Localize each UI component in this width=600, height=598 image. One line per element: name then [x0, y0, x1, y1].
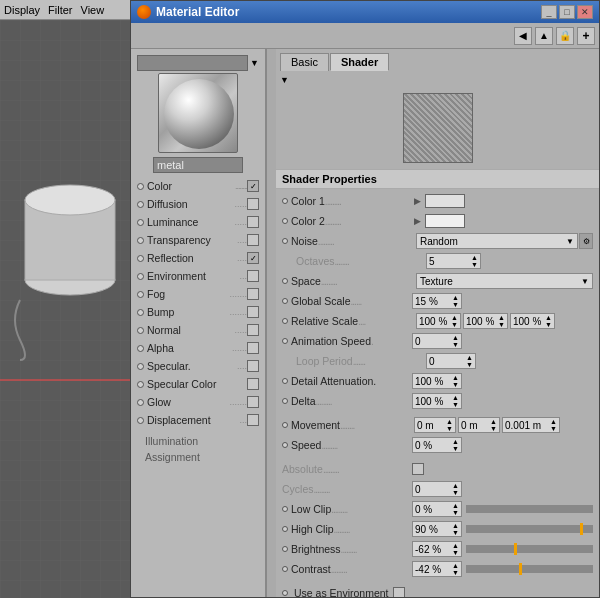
low-clip-input[interactable]: 0 % ▲▼	[412, 501, 462, 517]
prop-checkbox[interactable]	[247, 378, 259, 390]
panel-dropdown[interactable]: ▼	[276, 71, 599, 87]
space-dropdown[interactable]: Texture ▼	[416, 273, 593, 289]
octaves-spinner[interactable]: ▲▼	[471, 254, 478, 268]
tab-basic[interactable]: Basic	[280, 53, 329, 71]
detail-attenuation-spinner[interactable]: ▲▼	[452, 374, 459, 388]
cycles-spinner[interactable]: ▲▼	[452, 482, 459, 496]
minimize-button[interactable]: _	[541, 5, 557, 19]
relative-scale-z-input[interactable]: 100 % ▲▼	[510, 313, 555, 329]
prop-checkbox[interactable]	[247, 396, 259, 408]
prop-checkbox[interactable]	[247, 288, 259, 300]
cycles-row: Cycles ......... 0 ▲▼	[280, 479, 595, 499]
prop-dot	[137, 183, 144, 190]
contrast-input[interactable]: -42 % ▲▼	[412, 561, 462, 577]
lock-button[interactable]: 🔒	[556, 27, 574, 45]
menu-view[interactable]: View	[81, 4, 105, 16]
shader-section-title: Shader Properties	[276, 169, 599, 189]
add-button[interactable]: +	[577, 27, 595, 45]
prop-bump[interactable]: Bump .......	[133, 303, 263, 321]
detail-attenuation-label: Detail Attenuation.	[291, 375, 376, 387]
tab-shader[interactable]: Shader	[330, 53, 389, 71]
delta-label: Delta	[291, 395, 316, 407]
assignment-label[interactable]: Assignment	[141, 449, 255, 465]
prop-checkbox[interactable]	[247, 216, 259, 228]
brightness-spinner[interactable]: ▲▼	[452, 542, 459, 556]
global-scale-input[interactable]: 15 % ▲▼	[412, 293, 462, 309]
color1-swatch[interactable]	[425, 194, 465, 208]
left-scrollbar[interactable]	[266, 49, 276, 597]
cycles-input[interactable]: 0 ▲▼	[412, 481, 462, 497]
animation-speed-input[interactable]: 0 ▲▼	[412, 333, 462, 349]
nav-up-button[interactable]: ▲	[535, 27, 553, 45]
material-name-input[interactable]	[153, 157, 243, 173]
color1-arrow[interactable]: ▶	[414, 196, 421, 206]
loop-period-input[interactable]: 0 ▲▼	[426, 353, 476, 369]
relative-scale-y-input[interactable]: 100 % ▲▼	[463, 313, 508, 329]
prop-checkbox[interactable]	[247, 306, 259, 318]
movement-y-input[interactable]: 0 m ▲▼	[458, 417, 500, 433]
row-dots: .........	[314, 484, 330, 495]
brightness-input[interactable]: -62 % ▲▼	[412, 541, 462, 557]
spinner-y[interactable]: ▲▼	[498, 314, 505, 328]
prop-displacement[interactable]: Displacement ...	[133, 411, 263, 429]
prop-checkbox[interactable]	[247, 234, 259, 246]
spinner[interactable]: ▲▼	[550, 418, 557, 432]
contrast-spinner[interactable]: ▲▼	[452, 562, 459, 576]
row-dot	[282, 278, 288, 284]
nav-left-button[interactable]: ◀	[514, 27, 532, 45]
prop-checkbox[interactable]	[247, 198, 259, 210]
prop-dot	[137, 219, 144, 226]
delta-spinner[interactable]: ▲▼	[452, 394, 459, 408]
prop-color[interactable]: Color ........	[133, 177, 263, 195]
movement-z-input[interactable]: 0.001 m ▲▼	[502, 417, 560, 433]
maximize-button[interactable]: □	[559, 5, 575, 19]
use-as-env-checkbox[interactable]	[393, 587, 405, 597]
prop-checkbox[interactable]	[247, 270, 259, 282]
color2-swatch[interactable]	[425, 214, 465, 228]
relative-scale-x-input[interactable]: 100 % ▲▼	[416, 313, 461, 329]
prop-checkbox[interactable]	[247, 342, 259, 354]
prop-checkbox[interactable]	[247, 324, 259, 336]
loop-period-spinner[interactable]: ▲▼	[466, 354, 473, 368]
spinner-x[interactable]: ▲▼	[451, 314, 458, 328]
absolute-checkbox[interactable]	[412, 463, 424, 475]
spinner-z[interactable]: ▲▼	[545, 314, 552, 328]
prop-diffusion[interactable]: Diffusion .....	[133, 195, 263, 213]
prop-normal[interactable]: Normal .....	[133, 321, 263, 339]
delta-input[interactable]: 100 % ▲▼	[412, 393, 462, 409]
prop-reflection[interactable]: Reflection ....	[133, 249, 263, 267]
speed-spinner[interactable]: ▲▼	[452, 438, 459, 452]
prop-environment[interactable]: Environment ...	[133, 267, 263, 285]
noise-dropdown[interactable]: Random ▼	[416, 233, 578, 249]
menu-display[interactable]: Display	[4, 4, 40, 16]
spinner[interactable]: ▲▼	[446, 418, 453, 432]
prop-checkbox[interactable]	[247, 252, 259, 264]
animation-speed-spinner[interactable]: ▲▼	[452, 334, 459, 348]
octaves-input[interactable]: 5 ▲▼	[426, 253, 481, 269]
high-clip-spinner[interactable]: ▲▼	[452, 522, 459, 536]
row-dots: .........	[321, 440, 337, 451]
detail-attenuation-input[interactable]: 100 % ▲▼	[412, 373, 462, 389]
prop-glow[interactable]: Glow .......	[133, 393, 263, 411]
contrast-label: Contrast	[291, 563, 331, 575]
high-clip-input[interactable]: 90 % ▲▼	[412, 521, 462, 537]
prop-fog[interactable]: Fog .......	[133, 285, 263, 303]
low-clip-spinner[interactable]: ▲▼	[452, 502, 459, 516]
color2-arrow[interactable]: ▶	[414, 216, 421, 226]
global-scale-spinner[interactable]: ▲▼	[452, 294, 459, 308]
prop-checkbox[interactable]	[247, 360, 259, 372]
prop-checkbox[interactable]	[247, 180, 259, 192]
prop-luminance[interactable]: Luminance .....	[133, 213, 263, 231]
speed-input[interactable]: 0 % ▲▼	[412, 437, 462, 453]
menu-filter[interactable]: Filter	[48, 4, 72, 16]
prop-specular[interactable]: Specular. ....	[133, 357, 263, 375]
prop-checkbox[interactable]	[247, 414, 259, 426]
prop-alpha[interactable]: Alpha ......	[133, 339, 263, 357]
spinner[interactable]: ▲▼	[490, 418, 497, 432]
movement-x-input[interactable]: 0 m ▲▼	[414, 417, 456, 433]
close-button[interactable]: ✕	[577, 5, 593, 19]
illumination-label[interactable]: Illumination	[141, 433, 255, 449]
noise-settings-btn[interactable]: ⚙	[579, 233, 593, 249]
prop-transparency[interactable]: Transparency ....	[133, 231, 263, 249]
prop-specular-color[interactable]: Specular Color	[133, 375, 263, 393]
